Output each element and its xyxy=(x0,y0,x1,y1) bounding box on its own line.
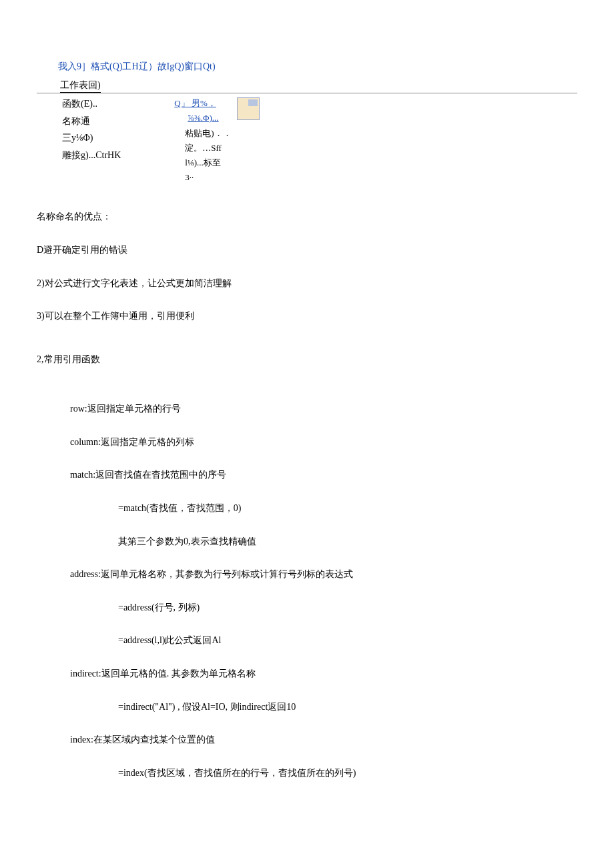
func-column: column:返回指定单元格的列标 xyxy=(37,436,577,449)
advantage-3: 3)可以在整个工作簿中通用，引用便利 xyxy=(37,310,577,323)
menu-text-5: l⅛)...标至 xyxy=(174,157,231,169)
menu-columns: 函数(E).. 名称通 三y⅛Φ) 雕接g)...CtrHK Q」 男%， ⅞⅜… xyxy=(37,97,577,183)
func-indirect: indirect:返回单元格的值. 其参数为单元格名称 xyxy=(37,667,577,681)
func-row: row:返回指定单元格的行号 xyxy=(37,402,577,416)
func-address-f2: =address(l,l)此公式返回Al xyxy=(37,634,577,647)
advantage-1: D避开确定引用的错误 xyxy=(37,244,577,257)
menu-link-2: ⅞⅜.Φ)... xyxy=(174,112,231,124)
submenu-row: 工作表回) xyxy=(37,79,577,94)
func-index-f: =index(杳找区域，杳找值所在的行号，杳找值所在的列号) xyxy=(37,767,577,780)
menu-item-function: 函数(E).. xyxy=(62,97,121,111)
menu-bar: 我入9］格式(Q)工H辽）故IgQ)窗口Qt) xyxy=(37,60,577,73)
section-2-title: 2,常用引用函数 xyxy=(37,353,577,366)
func-address-f1: =address(行号, 列标) xyxy=(37,601,577,614)
menu-item-3: 三y⅛Φ) xyxy=(62,131,121,145)
func-match-formula: =match(杳找值，杳找范围，0) xyxy=(37,502,577,515)
menu-item-name: 名称通 xyxy=(62,115,121,128)
menu-text-paste: 粘贴电)．． xyxy=(174,127,231,139)
func-address: address:返同单元格名称，其参数为行号列标或计算行号列标的表达式 xyxy=(37,568,577,581)
submenu-worksheet: 工作表回) xyxy=(60,79,101,93)
menu-text-4: 淀。…Sff xyxy=(174,142,231,154)
func-match: match:返回杳找值在杳找范围中的序号 xyxy=(37,468,577,482)
toolbar-icon xyxy=(237,97,260,120)
menu-col-right: Q」 男%， ⅞⅜.Φ)... 粘贴电)．． 淀。…Sff l⅛)...标至 3… xyxy=(174,97,259,183)
advantage-2: 2)对公式进行文字化表述，让公式更加简洁理解 xyxy=(37,277,577,290)
func-indirect-f: =indirect("Al") , 假设Al=IO, 则indirect返回10 xyxy=(37,701,577,714)
menu-link-1: Q」 男%， xyxy=(174,97,231,109)
menu-item-hyperlink: 雕接g)...CtrHK xyxy=(62,149,121,162)
func-match-note: 其第三个参数为0,表示查找精确值 xyxy=(37,535,577,548)
menu-col-right-text: Q」 男%， ⅞⅜.Φ)... 粘贴电)．． 淀。…Sff l⅛)...标至 3… xyxy=(174,97,231,183)
advantages-title: 名称命名的优点： xyxy=(37,210,577,224)
menu-col-left: 函数(E).. 名称通 三y⅛Φ) 雕接g)...CtrHK xyxy=(62,97,121,183)
func-index: index:在某区域内查找某个位置的值 xyxy=(37,733,577,747)
menu-text-6: 3·· xyxy=(174,171,231,183)
